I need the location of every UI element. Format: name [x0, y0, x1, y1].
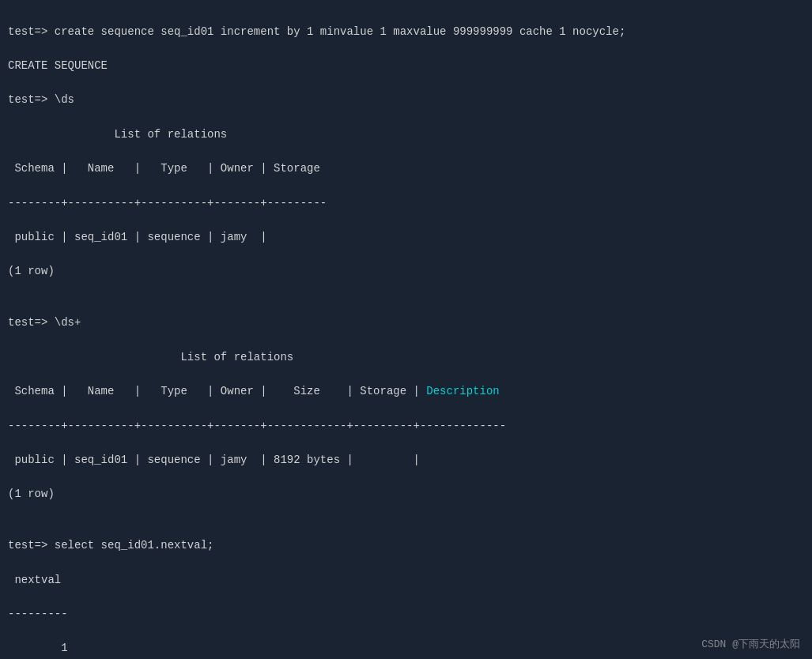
line-list-relations-2-sep: --------+----------+----------+-------+-… — [8, 420, 506, 432]
line-create-sequence-result: CREATE SEQUENCE — [8, 59, 108, 72]
line-ds-plus-cmd: test=> \ds+ — [8, 316, 81, 329]
line-list-relations-1-row: public | seq_id01 | sequence | jamy | — [8, 231, 267, 243]
terminal-window[interactable]: test=> create sequence seq_id01 incremen… — [0, 0, 812, 659]
description-label: Description — [426, 385, 499, 397]
line-list-relations-2-cols: Schema | Name | Type | Owner | Size | St… — [8, 385, 426, 397]
line-list-relations-1-sep: --------+----------+----------+-------+-… — [8, 197, 327, 209]
line-list-relations-1-header: List of relations — [8, 128, 227, 141]
line-list-relations-2-row: public | seq_id01 | sequence | jamy | 81… — [8, 454, 420, 466]
line-create-sequence: test=> create sequence seq_id01 incremen… — [8, 25, 625, 38]
line-nextval-1-val: 1 — [8, 642, 68, 654]
line-nextval-1-col: nextval — [8, 574, 61, 586]
line-nextval-1-sep: --------- — [8, 608, 68, 620]
line-nextval-1-cmd: test=> select seq_id01.nextval; — [8, 539, 213, 552]
line-list-relations-1-cols: Schema | Name | Type | Owner | Storage — [8, 162, 320, 175]
watermark-text: CSDN @下雨天的太阳 — [701, 637, 800, 651]
line-list-relations-2-header: List of relations — [8, 351, 293, 363]
line-ds-cmd: test=> \ds — [8, 93, 74, 106]
line-list-relations-2-count: (1 row) — [8, 488, 55, 500]
line-list-relations-1-count: (1 row) — [8, 265, 55, 277]
